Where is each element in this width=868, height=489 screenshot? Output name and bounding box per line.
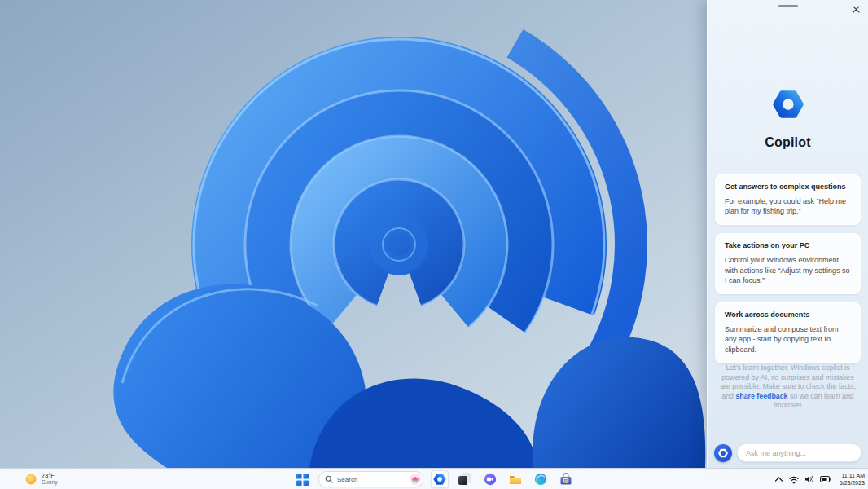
sun-icon <box>24 473 37 486</box>
edge-icon <box>534 473 547 486</box>
bloom-wallpaper-graphic <box>0 0 707 468</box>
battery-icon <box>820 474 831 484</box>
taskbar-app-file-explorer[interactable] <box>506 470 524 488</box>
card-body: For example, you could ask “Help me plan… <box>725 196 851 216</box>
taskbar: 78°F Sunny <box>0 468 868 489</box>
copilot-badge-icon <box>718 448 728 458</box>
weather-widget[interactable]: 78°F Sunny <box>24 469 58 489</box>
suggestion-card-documents[interactable]: Work across documents Summarize and comp… <box>715 302 861 363</box>
task-view-icon <box>458 473 471 486</box>
weather-temp: 78°F <box>42 473 58 480</box>
taskbar-app-edge[interactable] <box>532 470 550 488</box>
copilot-panel: Copilot Get answers to complex questions… <box>707 0 868 468</box>
taskbar-search[interactable]: Search <box>318 471 423 487</box>
file-explorer-icon <box>509 473 522 486</box>
clock-date: 5/23/2023 <box>840 480 865 486</box>
card-title: Take actions on your PC <box>725 241 851 249</box>
copilot-icon <box>433 473 446 486</box>
chat-input-row <box>714 443 861 462</box>
suggestion-card-questions[interactable]: Get answers to complex questions For exa… <box>715 174 861 225</box>
search-icon <box>325 475 333 483</box>
wifi-icon <box>789 475 799 484</box>
start-icon <box>296 474 309 486</box>
suggestion-card-actions[interactable]: Take actions on your PC Control your Win… <box>715 233 861 294</box>
weather-text: 78°F Sunny <box>42 473 58 487</box>
taskbar-app-store[interactable] <box>557 470 575 488</box>
windows-desktop-screen: Copilot Get answers to complex questions… <box>0 0 868 489</box>
copilot-logo-wrap <box>708 88 868 121</box>
store-icon <box>559 473 572 486</box>
start-button[interactable] <box>293 470 311 488</box>
card-title: Get answers to complex questions <box>725 183 851 191</box>
weather-condition: Sunny <box>42 479 58 486</box>
clock-time: 11:11 AM <box>841 473 865 478</box>
system-tray: 11:11 AM 5/23/2023 <box>774 469 865 489</box>
card-body: Control your Windows environment with ac… <box>725 255 851 285</box>
suggestion-cards: Get answers to complex questions For exa… <box>715 174 861 363</box>
card-title: Work across documents <box>725 311 851 319</box>
ai-disclaimer: Let’s learn together. Windows copilot is… <box>720 363 856 411</box>
drag-handle[interactable] <box>778 5 798 7</box>
close-icon <box>853 6 860 13</box>
taskbar-center: Search <box>293 469 575 489</box>
copilot-badge-button[interactable] <box>714 444 732 462</box>
volume-icon <box>804 474 814 484</box>
panel-title: Copilot <box>708 135 868 150</box>
tray-overflow-button[interactable] <box>774 476 783 482</box>
volume-button[interactable] <box>804 474 814 484</box>
network-button[interactable] <box>789 475 799 484</box>
taskbar-app-chat[interactable] <box>481 470 499 488</box>
clock[interactable]: 11:11 AM 5/23/2023 <box>840 472 865 487</box>
card-body: Summarize and compose text from any app … <box>725 324 851 355</box>
desktop-wallpaper[interactable] <box>0 0 707 468</box>
taskbar-app-copilot[interactable] <box>431 470 449 488</box>
copilot-logo-icon <box>772 88 804 121</box>
chat-icon <box>484 473 497 486</box>
search-label: Search <box>337 476 406 483</box>
battery-button[interactable] <box>820 474 831 484</box>
close-button[interactable] <box>850 3 861 15</box>
chevron-up-icon <box>774 476 783 482</box>
ask-me-anything-input[interactable] <box>737 443 861 462</box>
taskbar-app-task-view[interactable] <box>456 470 474 488</box>
search-highlight-flower-icon <box>410 474 420 484</box>
share-feedback-link[interactable]: share feedback <box>735 392 787 400</box>
search-highlight-badge <box>410 474 421 485</box>
